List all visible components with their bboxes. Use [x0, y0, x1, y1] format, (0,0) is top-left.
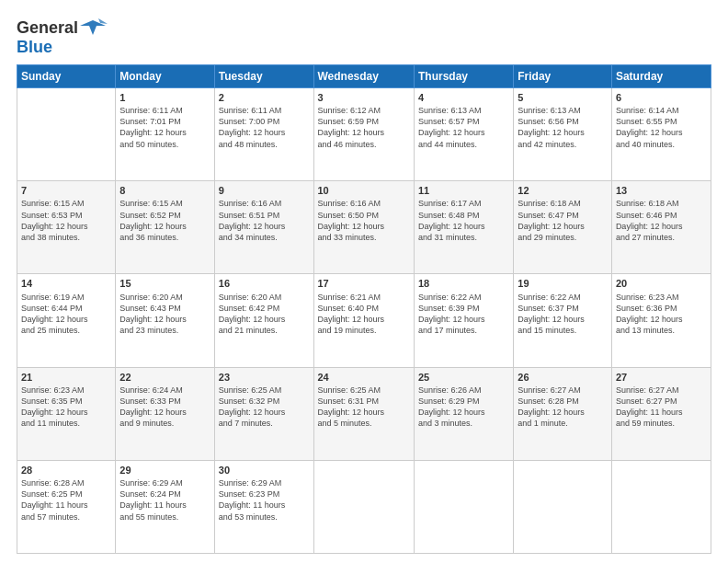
calendar-cell: 29Sunrise: 6:29 AMSunset: 6:24 PMDayligh… [116, 460, 214, 553]
day-number: 25 [418, 371, 509, 385]
day-number: 7 [21, 184, 111, 198]
calendar-cell [514, 460, 612, 553]
calendar-week-row: 7Sunrise: 6:15 AMSunset: 6:53 PMDaylight… [17, 181, 711, 274]
day-info: Sunrise: 6:13 AMSunset: 6:56 PMDaylight:… [518, 105, 608, 150]
calendar-cell: 7Sunrise: 6:15 AMSunset: 6:53 PMDaylight… [17, 181, 116, 274]
weekday-header-friday: Friday [514, 64, 612, 87]
day-number: 6 [616, 91, 707, 105]
calendar-cell: 3Sunrise: 6:12 AMSunset: 6:59 PMDaylight… [313, 87, 414, 180]
calendar-cell: 19Sunrise: 6:22 AMSunset: 6:37 PMDayligh… [514, 274, 612, 367]
day-number: 2 [219, 91, 310, 105]
calendar-cell: 5Sunrise: 6:13 AMSunset: 6:56 PMDaylight… [514, 87, 612, 180]
calendar-cell: 18Sunrise: 6:22 AMSunset: 6:39 PMDayligh… [414, 274, 513, 367]
day-info: Sunrise: 6:26 AMSunset: 6:29 PMDaylight:… [418, 385, 509, 430]
day-info: Sunrise: 6:11 AMSunset: 7:01 PMDaylight:… [119, 105, 210, 150]
calendar-week-row: 14Sunrise: 6:19 AMSunset: 6:44 PMDayligh… [17, 274, 711, 367]
day-info: Sunrise: 6:25 AMSunset: 6:31 PMDaylight:… [318, 385, 410, 430]
day-number: 12 [518, 184, 608, 198]
day-number: 15 [119, 277, 210, 291]
calendar-cell [611, 460, 711, 553]
calendar-cell: 16Sunrise: 6:20 AMSunset: 6:42 PMDayligh… [214, 274, 313, 367]
day-info: Sunrise: 6:12 AMSunset: 6:59 PMDaylight:… [318, 105, 410, 150]
day-number: 4 [418, 91, 509, 105]
day-number: 14 [21, 277, 111, 291]
day-number: 8 [119, 184, 210, 198]
day-info: Sunrise: 6:16 AMSunset: 6:50 PMDaylight:… [318, 198, 410, 243]
day-number: 26 [518, 371, 608, 385]
day-info: Sunrise: 6:18 AMSunset: 6:46 PMDaylight:… [616, 198, 707, 243]
calendar-cell: 15Sunrise: 6:20 AMSunset: 6:43 PMDayligh… [116, 274, 214, 367]
day-number: 29 [119, 464, 210, 477]
calendar-cell: 4Sunrise: 6:13 AMSunset: 6:57 PMDaylight… [414, 87, 513, 180]
day-number: 22 [119, 371, 210, 385]
day-info: Sunrise: 6:17 AMSunset: 6:48 PMDaylight:… [418, 198, 509, 243]
day-info: Sunrise: 6:20 AMSunset: 6:42 PMDaylight:… [219, 292, 310, 337]
day-number: 9 [219, 184, 310, 198]
calendar-week-row: 1Sunrise: 6:11 AMSunset: 7:01 PMDaylight… [17, 87, 711, 180]
calendar-cell [313, 460, 414, 553]
day-number: 27 [616, 371, 707, 385]
calendar-cell: 10Sunrise: 6:16 AMSunset: 6:50 PMDayligh… [313, 181, 414, 274]
day-info: Sunrise: 6:19 AMSunset: 6:44 PMDaylight:… [21, 292, 111, 337]
weekday-header-thursday: Thursday [414, 64, 513, 87]
day-info: Sunrise: 6:27 AMSunset: 6:27 PMDaylight:… [616, 385, 707, 430]
calendar-cell: 21Sunrise: 6:23 AMSunset: 6:35 PMDayligh… [17, 367, 116, 460]
day-number: 24 [318, 371, 410, 385]
calendar-week-row: 21Sunrise: 6:23 AMSunset: 6:35 PMDayligh… [17, 367, 711, 460]
calendar-cell: 12Sunrise: 6:18 AMSunset: 6:47 PMDayligh… [514, 181, 612, 274]
day-info: Sunrise: 6:23 AMSunset: 6:36 PMDaylight:… [616, 292, 707, 337]
day-number: 3 [318, 91, 410, 105]
header: General Blue [17, 17, 711, 57]
page: General Blue SundayMondayTuesdayWednesda… [0, 0, 728, 563]
weekday-header-wednesday: Wednesday [313, 64, 414, 87]
calendar-week-row: 28Sunrise: 6:28 AMSunset: 6:25 PMDayligh… [17, 460, 711, 553]
day-info: Sunrise: 6:29 AMSunset: 6:24 PMDaylight:… [119, 477, 210, 523]
day-number: 28 [21, 464, 111, 477]
day-info: Sunrise: 6:25 AMSunset: 6:32 PMDaylight:… [219, 385, 310, 430]
day-info: Sunrise: 6:27 AMSunset: 6:28 PMDaylight:… [518, 385, 608, 430]
weekday-header-row: SundayMondayTuesdayWednesdayThursdayFrid… [17, 64, 711, 87]
calendar-cell: 27Sunrise: 6:27 AMSunset: 6:27 PMDayligh… [611, 367, 711, 460]
logo-blue: Blue [17, 39, 108, 57]
calendar-cell: 25Sunrise: 6:26 AMSunset: 6:29 PMDayligh… [414, 367, 513, 460]
day-number: 18 [418, 277, 509, 291]
calendar-cell: 20Sunrise: 6:23 AMSunset: 6:36 PMDayligh… [611, 274, 711, 367]
weekday-header-saturday: Saturday [611, 64, 711, 87]
calendar-cell: 9Sunrise: 6:16 AMSunset: 6:51 PMDaylight… [214, 181, 313, 274]
calendar-cell: 6Sunrise: 6:14 AMSunset: 6:55 PMDaylight… [611, 87, 711, 180]
weekday-header-tuesday: Tuesday [214, 64, 313, 87]
day-info: Sunrise: 6:23 AMSunset: 6:35 PMDaylight:… [21, 385, 111, 430]
day-number: 11 [418, 184, 509, 198]
day-info: Sunrise: 6:14 AMSunset: 6:55 PMDaylight:… [616, 105, 707, 150]
day-info: Sunrise: 6:21 AMSunset: 6:40 PMDaylight:… [318, 292, 410, 337]
calendar-cell: 8Sunrise: 6:15 AMSunset: 6:52 PMDaylight… [116, 181, 214, 274]
calendar-cell: 30Sunrise: 6:29 AMSunset: 6:23 PMDayligh… [214, 460, 313, 553]
calendar-table: SundayMondayTuesdayWednesdayThursdayFrid… [17, 64, 711, 554]
day-number: 13 [616, 184, 707, 198]
day-number: 5 [518, 91, 608, 105]
day-info: Sunrise: 6:29 AMSunset: 6:23 PMDaylight:… [219, 477, 310, 523]
weekday-header-sunday: Sunday [17, 64, 116, 87]
day-number: 17 [318, 277, 410, 291]
calendar-cell: 14Sunrise: 6:19 AMSunset: 6:44 PMDayligh… [17, 274, 116, 367]
logo: General Blue [17, 17, 108, 57]
day-info: Sunrise: 6:22 AMSunset: 6:37 PMDaylight:… [518, 292, 608, 337]
day-number: 16 [219, 277, 310, 291]
calendar-cell: 26Sunrise: 6:27 AMSunset: 6:28 PMDayligh… [514, 367, 612, 460]
calendar-cell [414, 460, 513, 553]
logo-general: General [17, 19, 78, 38]
day-info: Sunrise: 6:11 AMSunset: 7:00 PMDaylight:… [219, 105, 310, 150]
day-info: Sunrise: 6:24 AMSunset: 6:33 PMDaylight:… [119, 385, 210, 430]
day-info: Sunrise: 6:18 AMSunset: 6:47 PMDaylight:… [518, 198, 608, 243]
day-info: Sunrise: 6:13 AMSunset: 6:57 PMDaylight:… [418, 105, 509, 150]
svg-marker-1 [98, 18, 108, 24]
calendar-cell: 17Sunrise: 6:21 AMSunset: 6:40 PMDayligh… [313, 274, 414, 367]
calendar-cell: 13Sunrise: 6:18 AMSunset: 6:46 PMDayligh… [611, 181, 711, 274]
day-number: 20 [616, 277, 707, 291]
calendar-cell: 11Sunrise: 6:17 AMSunset: 6:48 PMDayligh… [414, 181, 513, 274]
calendar-cell [17, 87, 116, 180]
day-info: Sunrise: 6:20 AMSunset: 6:43 PMDaylight:… [119, 292, 210, 337]
day-number: 1 [119, 91, 210, 105]
day-info: Sunrise: 6:15 AMSunset: 6:53 PMDaylight:… [21, 198, 111, 243]
weekday-header-monday: Monday [116, 64, 214, 87]
